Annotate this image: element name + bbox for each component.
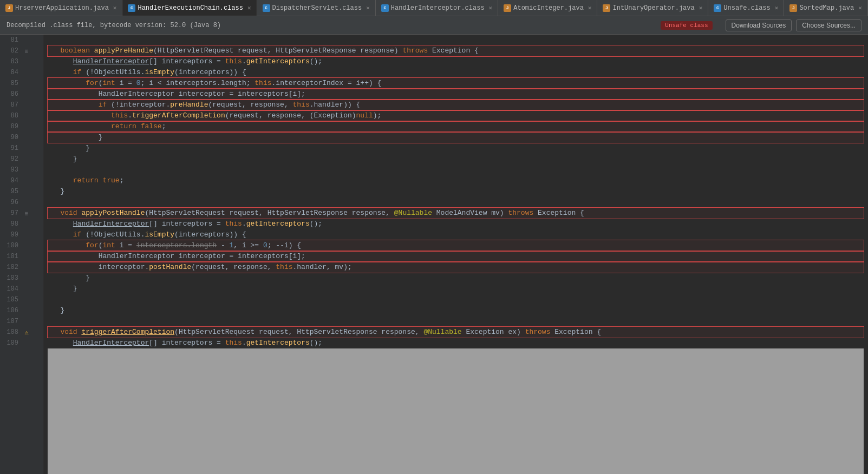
tab-sorted-map[interactable]: J SortedMap.java ✕ xyxy=(784,0,867,16)
method-postHandle: postHandle xyxy=(149,262,191,273)
close-icon[interactable]: ✕ xyxy=(366,4,370,11)
type-HandlerInterceptor: HandlerInterceptor xyxy=(99,89,174,100)
line-num-107: 107 xyxy=(2,318,22,325)
code-line-94: return true; xyxy=(48,175,864,186)
code-text: request, xyxy=(254,327,297,338)
kw-false: false xyxy=(141,121,162,132)
indent xyxy=(48,240,86,251)
code-text: response, xyxy=(377,327,424,338)
gutter-fold-101[interactable] xyxy=(22,252,31,261)
method-triggerAfterCompletion: triggerAfterCompletion xyxy=(81,327,174,338)
code-text: Exception { xyxy=(550,327,601,338)
code-text: (!interceptor. xyxy=(111,100,170,110)
gutter-fold-94[interactable] xyxy=(22,176,31,186)
line-num-100: 100 xyxy=(2,242,22,249)
tab-label: DispatcherServlet.class xyxy=(272,4,362,12)
close-icon[interactable]: ✕ xyxy=(247,4,251,11)
tab-label: IntUnaryOperator.java xyxy=(612,4,694,12)
code-text xyxy=(136,121,141,132)
decompiled-info: Decompiled .class file, bytecode version… xyxy=(6,22,661,29)
gutter-fold-109[interactable] xyxy=(22,338,31,348)
gutter-fold-98[interactable] xyxy=(22,219,31,229)
gutter-fold-106[interactable] xyxy=(22,306,31,315)
num-1: 1 xyxy=(230,240,234,251)
gutter-fold-85[interactable] xyxy=(22,78,31,88)
gutter-fold-104[interactable] xyxy=(22,284,31,294)
tab-handler-interceptor[interactable]: C HandlerInterceptor.class ✕ xyxy=(376,0,498,16)
tab-label: SortedMap.java xyxy=(799,4,854,12)
indent xyxy=(48,186,60,197)
kw-if2: if xyxy=(99,100,111,110)
gutter-fold-99[interactable] xyxy=(22,230,31,240)
gutter-fold-83[interactable] xyxy=(22,57,31,67)
tab-label: AtomicInteger.java xyxy=(513,4,584,12)
choose-sources-button[interactable]: Choose Sources... xyxy=(796,19,862,31)
gutter-fold-90[interactable] xyxy=(22,133,31,142)
gutter-fold-86[interactable] xyxy=(22,89,31,99)
tab-dispatcher-servlet[interactable]: C DispatcherServlet.class ✕ xyxy=(257,0,376,16)
close-icon[interactable]: ✕ xyxy=(113,4,117,11)
gutter-fold-103[interactable] xyxy=(22,273,31,283)
code-text: ; xyxy=(120,175,124,186)
tab-handler-execution-chain[interactable]: C HandlerExecutionChain.class ✕ xyxy=(122,0,257,16)
gutter-fold-88[interactable] xyxy=(22,111,31,121)
code-text: (! xyxy=(86,229,94,240)
code-line-84: if (!ObjectUtils.isEmpty(interceptors)) … xyxy=(48,67,864,78)
gutter-fold-82[interactable]: ⊞ xyxy=(22,46,31,56)
gutter-row-108: 108 ⚠ xyxy=(0,327,43,338)
gutter-fold-100[interactable] xyxy=(22,241,31,251)
tab-atomic-integer[interactable]: J AtomicInteger.java ✕ xyxy=(498,0,597,16)
code-text: (request, response, ( xyxy=(225,110,314,121)
line-num-108: 108 xyxy=(2,328,22,336)
code-line-101: HandlerInterceptor interceptor = interce… xyxy=(48,251,864,262)
line-num-102: 102 xyxy=(2,264,22,271)
method-preHandle: preHandle xyxy=(170,100,208,110)
code-line-95: } xyxy=(48,186,864,197)
close-icon[interactable]: ✕ xyxy=(775,4,779,11)
line-num-103: 103 xyxy=(2,274,22,282)
gutter-fold-91[interactable] xyxy=(22,143,31,153)
download-sources-button[interactable]: Download Sources xyxy=(726,19,792,31)
code-text: ; --i) { xyxy=(267,240,301,251)
gutter-fold-95[interactable] xyxy=(22,187,31,196)
code-text: interceptor. xyxy=(99,262,149,273)
gutter-fold-87[interactable] xyxy=(22,100,31,110)
gutter-fold-84[interactable] xyxy=(22,68,31,77)
gutter-fold-93[interactable] xyxy=(22,165,31,175)
close-icon[interactable]: ✕ xyxy=(588,4,592,11)
gutter-row-83: 83 xyxy=(0,56,43,67)
class-icon: C xyxy=(714,4,721,12)
close-icon[interactable]: ✕ xyxy=(858,4,862,11)
code-content[interactable]: boolean applyPreHandle(HttpServletReques… xyxy=(43,35,868,474)
line-num-99: 99 xyxy=(2,231,22,239)
close-icon[interactable]: ✕ xyxy=(699,4,703,11)
gutter-fold-96[interactable] xyxy=(22,198,31,207)
kw-int: int xyxy=(102,78,115,89)
gutter-fold-81[interactable] xyxy=(22,35,31,45)
indent xyxy=(48,208,60,219)
tab-unsafe[interactable]: C Unsafe.class ✕ xyxy=(708,0,784,16)
code-line-108: void triggerAfterCompletion(HttpServletR… xyxy=(48,327,864,338)
tab-hrserver[interactable]: J HrserverApplication.java ✕ xyxy=(0,0,122,16)
indent xyxy=(48,229,73,240)
num-0-2: 0 xyxy=(263,240,267,251)
gutter-fold-92[interactable] xyxy=(22,154,31,164)
gutter-fold-97[interactable]: ⊞ xyxy=(22,208,31,218)
code-line-97: void applyPostHandle(HttpServletRequest … xyxy=(48,208,864,219)
warning-icon-108[interactable]: ⚠ xyxy=(22,327,31,337)
line-num-94: 94 xyxy=(2,177,22,185)
close-icon[interactable]: ✕ xyxy=(489,4,493,11)
code-line-100: for(int i = interceptors.length - 1, i >… xyxy=(48,240,864,251)
line-num-91: 91 xyxy=(2,144,22,152)
gutter-fold-89[interactable] xyxy=(22,122,31,131)
gutter-fold-107[interactable] xyxy=(22,317,31,326)
gutter-row-85: 85 xyxy=(0,78,43,89)
annotation-nullable: @Nullable xyxy=(394,208,432,219)
type-req: HttpServletRequest xyxy=(149,208,225,219)
tab-int-unary-operator[interactable]: J IntUnaryOperator.java ✕ xyxy=(597,0,708,16)
line-num-105: 105 xyxy=(2,296,22,304)
gutter-fold-105[interactable] xyxy=(22,295,31,305)
line-num-93: 93 xyxy=(2,166,22,174)
gutter-fold-102[interactable] xyxy=(22,262,31,272)
line-num-98: 98 xyxy=(2,220,22,228)
